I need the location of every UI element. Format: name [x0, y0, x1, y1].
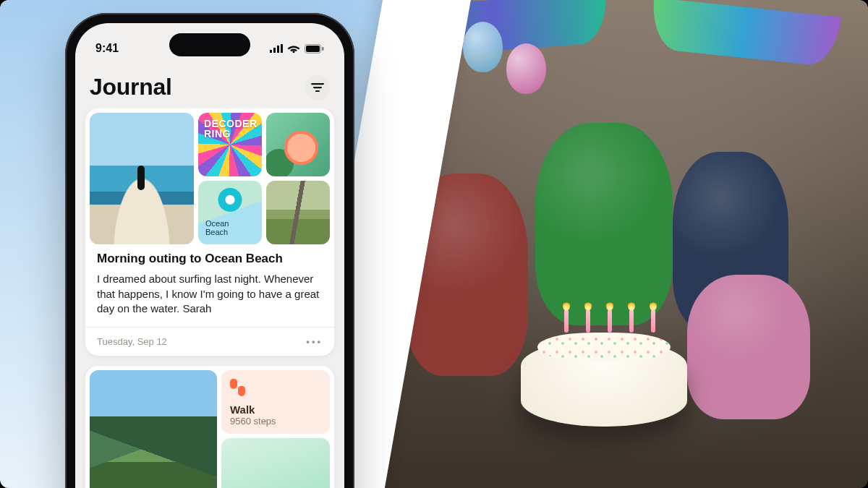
candle-icon	[651, 309, 655, 333]
photo-tile-mountains[interactable]	[90, 370, 217, 488]
candle-icon	[564, 309, 569, 333]
activity-value: 9560 steps	[230, 416, 321, 427]
svg-rect-5	[315, 90, 320, 92]
photo-tile-road[interactable]	[266, 181, 330, 244]
entry-more-button[interactable]: •••	[306, 336, 323, 347]
battery-icon	[305, 44, 324, 53]
map-tile-ocean-beach[interactable]: Ocean Beach	[198, 181, 262, 244]
journal-entry-card[interactable]: DECODER RING Ocean Beach	[85, 108, 334, 356]
journal-entry-card[interactable]: Walk 9560 steps	[85, 366, 334, 488]
filter-button[interactable]	[305, 75, 330, 100]
svg-rect-2	[322, 47, 324, 51]
split-promo-image: 9:41 Journal	[0, 0, 868, 488]
photo-tile-beach[interactable]	[90, 113, 194, 244]
status-time: 9:41	[95, 42, 119, 55]
cellular-signal-icon	[270, 44, 283, 53]
map-label: Ocean Beach	[198, 219, 229, 244]
podcast-title: DECODER RING	[198, 113, 258, 139]
svg-rect-3	[311, 83, 324, 85]
entry-body: Morning outing to Ocean Beach I dreamed …	[85, 246, 334, 327]
surfer-figure	[137, 166, 145, 190]
entry-title: Morning outing to Ocean Beach	[97, 252, 323, 266]
entry-media-grid: DECODER RING Ocean Beach	[85, 108, 334, 246]
dynamic-island	[169, 33, 250, 56]
iphone-screen: 9:41 Journal	[75, 23, 344, 488]
entry-footer: Tuesday, Sep 12 •••	[85, 327, 334, 356]
footsteps-icon	[230, 379, 246, 399]
balloon-decoration	[463, 22, 503, 72]
filter-icon	[311, 83, 324, 92]
entry-media-grid: Walk 9560 steps	[85, 366, 334, 488]
svg-rect-4	[313, 87, 322, 88]
activity-tile-walk[interactable]: Walk 9560 steps	[221, 370, 330, 434]
streamer-decoration	[649, 0, 841, 67]
wifi-icon	[287, 44, 300, 53]
photo-tile-shell[interactable]	[266, 113, 330, 176]
birthday-cake	[521, 340, 687, 427]
photo-tile[interactable]	[221, 438, 330, 488]
podcast-tile-decoder-ring[interactable]: DECODER RING	[198, 113, 262, 176]
candle-icon	[586, 309, 590, 333]
person-figure	[535, 123, 673, 325]
app-header: Journal	[75, 69, 344, 108]
journal-feed[interactable]: DECODER RING Ocean Beach	[75, 108, 344, 488]
candle-icon	[629, 309, 634, 333]
iphone-frame: 9:41 Journal	[65, 13, 354, 488]
person-figure	[687, 275, 810, 419]
entry-date: Tuesday, Sep 12	[97, 336, 167, 347]
page-title: Journal	[90, 74, 171, 100]
candle-icon	[608, 309, 612, 333]
entry-text: I dreamed about surfing last night. When…	[97, 272, 323, 317]
balloon-decoration	[506, 43, 546, 94]
activity-label: Walk	[230, 403, 321, 416]
svg-rect-1	[306, 46, 320, 52]
